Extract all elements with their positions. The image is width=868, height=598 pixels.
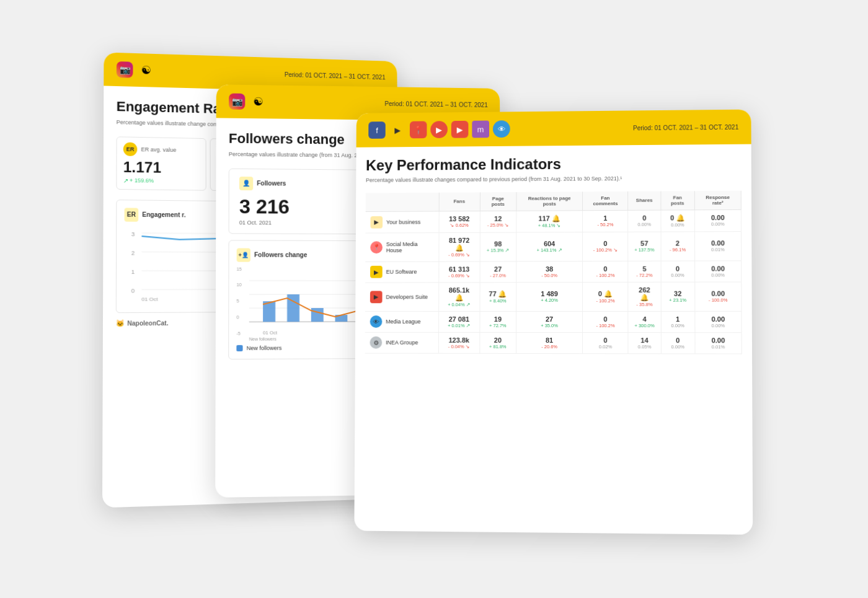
- facebook-icon[interactable]: f: [368, 121, 386, 139]
- followers-stat-label: Followers: [257, 180, 286, 187]
- company-icon-yourbusiness: ▶: [370, 216, 383, 228]
- y-axis-labels: 15 10 5 0 -5: [236, 266, 249, 335]
- svg-text:01 Oct: 01 Oct: [141, 296, 158, 302]
- kpi-period: Period: 01 OCT. 2021 – 31 OCT. 2021: [633, 123, 738, 131]
- er-avg-value: 1.171: [123, 158, 200, 177]
- svg-rect-17: [311, 307, 324, 321]
- td-response: 0.00 0.00%: [694, 209, 741, 231]
- td-fan-posts: 2 - 96.1%: [661, 231, 695, 260]
- td-comments: 1 - 50.2%: [583, 209, 628, 231]
- kpi-table-header-row: Fans Page posts Reactions to page posts …: [366, 190, 742, 211]
- td-page-posts: 19 + 72.7%: [480, 311, 516, 332]
- company-icon-smh: 📍: [370, 240, 383, 253]
- followers-yinyang-icon: ☯: [250, 94, 266, 110]
- table-row: 📍 Social Media House 81 972 🔔 - 0.69% ↘ …: [365, 231, 741, 262]
- td-shares: 4 + 300.0%: [628, 311, 661, 332]
- er-avg-change: ↗ + 159.6%: [123, 177, 200, 185]
- company-icon-eu: ▶: [370, 265, 383, 278]
- location-icon[interactable]: 📍: [410, 121, 427, 138]
- td-company: 👁 Media League: [365, 311, 438, 332]
- td-shares: 5 - 72.2%: [628, 260, 661, 281]
- td-company: ▶ Developers Suite: [365, 282, 438, 311]
- td-reactions: 81 - 20.6%: [516, 332, 583, 353]
- kpi-header: f ▶ 📍 ▶ ▶ m 👁 Period: 01 OCT. 2021 – 31 …: [356, 109, 751, 147]
- followers-header-icons: 📷 ☯: [229, 93, 267, 110]
- td-comments: 0 - 100.2%: [583, 311, 628, 332]
- engagement-period: Period: 01 OCT. 2021 – 31 OCT. 2021: [285, 71, 386, 80]
- followers-ig-icon: 📷: [229, 93, 245, 109]
- kpi-body: Key Performance Indicators Percentage va…: [355, 144, 752, 360]
- td-fan-posts: 0 0.00%: [661, 260, 695, 281]
- td-comments: 0 0.02%: [583, 332, 628, 353]
- th-page-posts: Page posts: [480, 191, 516, 211]
- svg-rect-16: [287, 294, 299, 321]
- td-page-posts: 20 + 81.8%: [480, 332, 516, 353]
- media-icon[interactable]: m: [472, 120, 489, 138]
- svg-text:3: 3: [131, 230, 135, 237]
- td-page-posts: 12 - 25.0% ↘: [480, 210, 516, 232]
- instagram-icon: 📷: [117, 61, 133, 78]
- td-fans: 123.8k - 0.04% ↘: [438, 332, 480, 353]
- td-page-posts: 98 + 15.3% ↗: [480, 232, 516, 261]
- td-shares: 57 + 137.5%: [628, 231, 661, 260]
- legend-new-followers-label: New followers: [247, 345, 282, 351]
- td-company: 📍 Social Media House: [365, 232, 438, 262]
- th-company: [366, 192, 439, 211]
- td-reactions: 27 + 35.0%: [516, 311, 583, 332]
- kpi-subtitle: Percentage values illustrate changes com…: [366, 174, 742, 184]
- td-company: ▶ EU Software: [365, 261, 438, 282]
- td-comments: 0 - 100.2% ↘: [583, 231, 628, 260]
- company-icon-inea: ⚙: [370, 336, 382, 348]
- td-fans: 27 081 + 0.01% ↗: [438, 311, 480, 332]
- video2-icon[interactable]: ▶: [451, 120, 469, 138]
- kpi-title: Key Performance Indicators: [366, 154, 742, 174]
- td-comments: 0 🔔 - 100.2%: [583, 281, 628, 310]
- kpi-table: Fans Page posts Reactions to page posts …: [365, 190, 742, 354]
- td-response: 0.00 0.00%: [694, 260, 741, 281]
- company-icon-dev: ▶: [370, 291, 383, 303]
- td-reactions: 604 + 143.1% ↗: [516, 232, 583, 261]
- svg-text:0: 0: [131, 287, 135, 294]
- table-row: ▶ EU Software 61 313 - 0.69% ↘ 27 - 27.0…: [365, 260, 742, 282]
- followers-change-icon: +👤: [237, 248, 250, 262]
- td-fans: 81 972 🔔 - 0.69% ↘: [438, 232, 480, 261]
- td-shares: 262 🔔 - 35.8%: [628, 281, 661, 310]
- td-response: 0.00 0.00%: [695, 310, 742, 332]
- td-reactions: 38 - 50.0%: [516, 261, 583, 282]
- th-fans: Fans: [439, 191, 480, 211]
- td-response: 0.00 0.01%: [694, 231, 741, 260]
- table-row: ▶ Developers Suite 865.1k 🔔 + 0.04% ↗ 77…: [365, 281, 742, 311]
- video-icon[interactable]: ▶: [430, 121, 448, 138]
- td-reactions: 1 489 + 4.20%: [516, 282, 583, 311]
- td-comments: 0 - 100.2%: [583, 260, 628, 281]
- th-shares: Shares: [628, 191, 660, 210]
- followers-icon: 👤: [239, 176, 253, 190]
- td-fan-posts: 0 0.00%: [661, 332, 695, 353]
- er-chart-label: Engagement r.: [142, 211, 185, 218]
- table-row: ⚙ INEA Groupe 123.8k - 0.04% ↘ 20 + 81.8…: [365, 332, 742, 353]
- th-response: Response rate²: [694, 190, 741, 209]
- legend-new-followers-dot: [236, 345, 242, 351]
- td-response: 0.00 0.01%: [695, 332, 742, 353]
- kpi-table-wrapper: Fans Page posts Reactions to page posts …: [365, 190, 742, 354]
- table-row: 👁 Media League 27 081 + 0.01% ↗ 19 + 72.: [365, 310, 742, 332]
- play-icon[interactable]: ▶: [389, 121, 407, 138]
- er-chart-icon: ER: [125, 207, 139, 221]
- yinyang-icon: ☯: [138, 62, 154, 79]
- eye-icon[interactable]: 👁: [493, 120, 510, 138]
- td-response: 0.00 - 100.0%: [694, 281, 741, 310]
- er-avg-header: ER ER avg. value: [123, 142, 199, 157]
- td-fan-posts: 32 + 23.1%: [661, 281, 695, 310]
- kpi-table-body: ▶ Your business 13 582 ↘ 0.62% 12 - 25.0…: [365, 209, 742, 354]
- td-fan-posts: 1 0.00%: [661, 310, 695, 332]
- td-fans: 13 582 ↘ 0.62%: [439, 211, 480, 232]
- scene: 📷 ☯ Period: 01 OCT. 2021 – 31 OCT. 2021 …: [93, 36, 775, 563]
- td-company: ▶ Your business: [366, 211, 439, 232]
- svg-text:2: 2: [131, 249, 135, 256]
- th-comments: Fan comments: [583, 191, 628, 210]
- table-row: ▶ Your business 13 582 ↘ 0.62% 12 - 25.0…: [366, 209, 742, 233]
- card-kpi: f ▶ 📍 ▶ ▶ m 👁 Period: 01 OCT. 2021 – 31 …: [354, 109, 753, 534]
- td-fans: 865.1k 🔔 + 0.04% ↗: [438, 282, 480, 311]
- th-fan-posts: Fan posts: [660, 190, 694, 209]
- company-icon-media: 👁: [370, 315, 383, 328]
